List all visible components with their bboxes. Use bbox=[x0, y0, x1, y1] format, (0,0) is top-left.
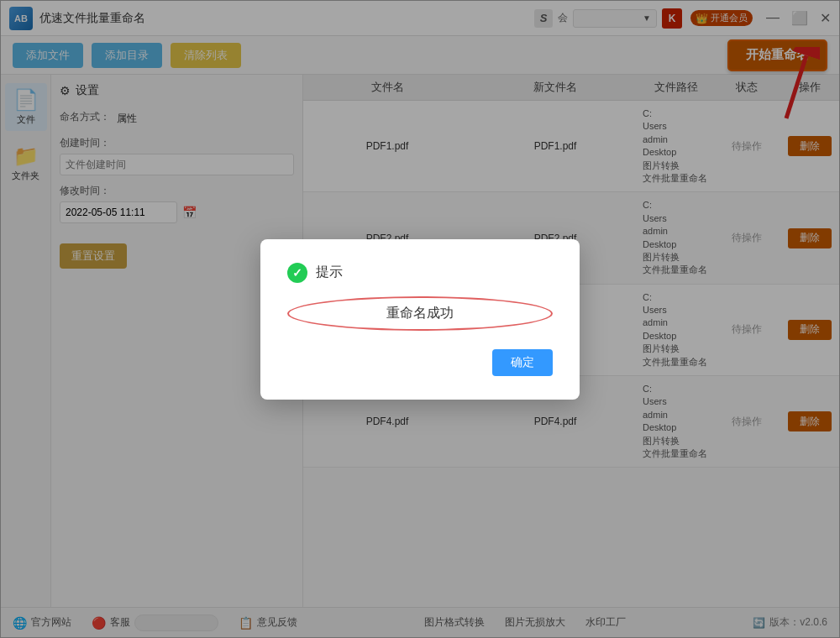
dialog-message: 重命名成功 bbox=[363, 298, 477, 329]
success-dialog: ✓ 提示 重命名成功 确定 bbox=[260, 239, 580, 400]
dialog-message-wrapper: 重命名成功 bbox=[287, 298, 553, 329]
dialog-header: ✓ 提示 bbox=[287, 263, 553, 283]
dialog-ok-button[interactable]: 确定 bbox=[492, 349, 553, 376]
overlay: ✓ 提示 重命名成功 确定 bbox=[0, 0, 840, 638]
dialog-title: 提示 bbox=[316, 264, 343, 281]
dialog-footer: 确定 bbox=[287, 349, 553, 376]
check-icon: ✓ bbox=[287, 263, 307, 283]
